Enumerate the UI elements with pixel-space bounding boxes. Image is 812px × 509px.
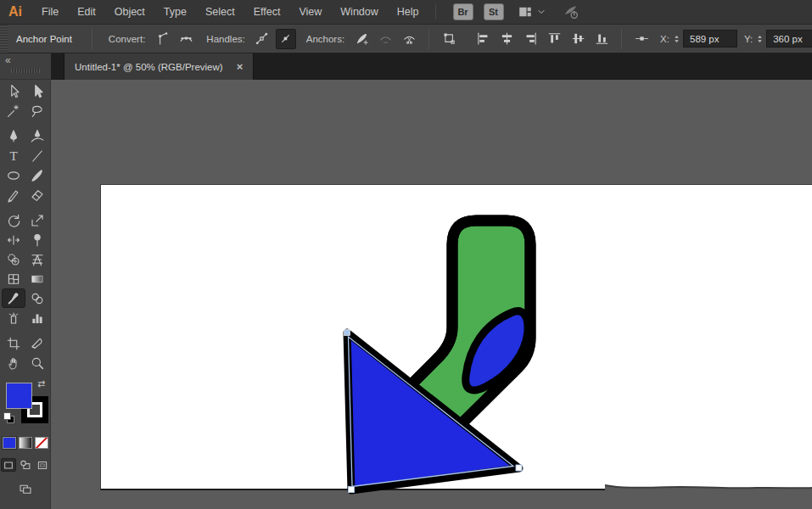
style-button[interactable]: St — [484, 3, 504, 20]
anchors-button[interactable] — [351, 29, 372, 49]
align-button[interactable] — [496, 29, 517, 49]
menu-item[interactable]: Help — [388, 6, 428, 18]
eyedropper-tool-icon — [3, 289, 25, 307]
align-button[interactable] — [544, 29, 564, 49]
scale-tool-icon — [25, 210, 49, 230]
menu-item[interactable]: File — [32, 6, 68, 18]
tool-button[interactable] — [2, 288, 25, 308]
field-label: Y: — [744, 34, 753, 44]
align-top-icon — [544, 29, 564, 49]
handles-buttons — [250, 29, 298, 49]
menu-items: File Edit Object Type Select Effect View… — [32, 0, 428, 24]
tool-button[interactable] — [25, 146, 49, 165]
column-graph-tool-icon — [25, 308, 49, 327]
drawing-mode-button[interactable] — [35, 458, 50, 472]
color-button[interactable] — [3, 437, 16, 449]
tool-button[interactable] — [25, 81, 49, 101]
tool-button[interactable] — [2, 126, 25, 146]
anchors-button[interactable] — [399, 29, 419, 49]
transform-rect-icon — [442, 31, 456, 46]
spinner-icon[interactable] — [672, 31, 681, 48]
tool-button[interactable] — [25, 185, 49, 204]
fill-stroke-control: ⇄ — [0, 381, 50, 427]
tool-button[interactable] — [2, 230, 25, 249]
tool-button[interactable] — [25, 269, 49, 288]
align-button[interactable] — [591, 29, 612, 49]
convert-smooth-icon — [176, 29, 196, 49]
field-label: X: — [660, 34, 669, 44]
transform-options-button[interactable] — [439, 29, 459, 49]
panel-grip-dots[interactable] — [11, 69, 40, 73]
panel-grip[interactable] — [0, 25, 8, 53]
tool-button[interactable] — [2, 185, 25, 204]
menu-item[interactable]: Type — [154, 6, 196, 18]
draw-inside-icon — [35, 458, 50, 472]
tool-button[interactable] — [2, 210, 25, 230]
drawing-mode-button[interactable] — [18, 458, 33, 472]
align-button[interactable] — [473, 29, 493, 49]
document-tab[interactable]: Untitled-1* @ 50% (RGB/Preview) × — [64, 53, 254, 80]
tool-button[interactable] — [2, 333, 25, 353]
convert-anchor-button[interactable] — [176, 29, 196, 49]
handles-button[interactable] — [252, 29, 272, 49]
tool-button[interactable] — [25, 230, 49, 249]
tool-button[interactable] — [25, 308, 49, 327]
spinner-icon[interactable] — [755, 31, 764, 48]
collapse-panel-button[interactable]: « — [0, 53, 51, 66]
screen-mode-icon[interactable] — [17, 482, 34, 495]
align-left-icon — [473, 29, 493, 49]
drawing-mode-button[interactable] — [1, 458, 16, 472]
menu-item[interactable]: Effect — [244, 6, 290, 18]
tool-button[interactable] — [25, 353, 49, 372]
align-button[interactable] — [520, 29, 540, 49]
menu-item[interactable]: Select — [196, 6, 244, 18]
swap-fill-stroke-icon[interactable]: ⇄ — [37, 378, 45, 389]
tool-button[interactable] — [25, 249, 49, 269]
tool-button[interactable] — [2, 101, 25, 120]
tool-button[interactable] — [25, 101, 49, 120]
tool-button[interactable] — [25, 288, 49, 308]
tool-button[interactable] — [2, 165, 25, 185]
screen-mode-row — [0, 482, 50, 495]
menu-item[interactable]: Object — [105, 6, 154, 18]
chevron-down-icon[interactable] — [536, 7, 546, 17]
field-value[interactable]: 360 px — [766, 30, 812, 48]
tool-button[interactable] — [25, 165, 49, 185]
default-fill-stroke-icon[interactable] — [3, 412, 15, 424]
tool-button[interactable] — [2, 308, 25, 327]
anchors-buttons — [350, 29, 421, 49]
tool-button[interactable] — [25, 126, 49, 146]
field-value[interactable]: 589 px — [683, 30, 737, 48]
close-icon[interactable]: × — [237, 60, 244, 73]
artboard[interactable] — [100, 184, 812, 489]
tool-button[interactable]: T — [2, 146, 25, 165]
tool-button[interactable] — [25, 210, 49, 230]
document-tab-label: Untitled-1* @ 50% (RGB/Preview) — [75, 62, 223, 72]
align-button[interactable] — [568, 29, 588, 49]
isolate-point-button[interactable] — [631, 29, 652, 49]
convert-anchor-button[interactable] — [152, 29, 172, 49]
tool-button[interactable] — [2, 269, 25, 288]
menu-item[interactable]: View — [289, 6, 331, 18]
menu-item[interactable]: Edit — [68, 6, 105, 18]
cs-live-icon[interactable] — [560, 3, 582, 20]
tool-button[interactable] — [25, 333, 49, 353]
isolate-point-icon — [635, 31, 649, 46]
fill-color-swatch[interactable] — [6, 383, 32, 409]
mesh-tool-icon — [2, 269, 25, 288]
canvas-area[interactable] — [51, 80, 812, 509]
none-button[interactable] — [35, 437, 48, 449]
tool-button[interactable] — [2, 81, 25, 101]
gradient-button[interactable] — [19, 437, 32, 449]
tool-button[interactable] — [2, 353, 25, 372]
anchors-button[interactable] — [375, 29, 395, 49]
handles-button[interactable] — [276, 29, 296, 49]
divider — [621, 29, 622, 49]
bridge-button[interactable]: Br — [453, 3, 473, 20]
align-right-icon — [520, 29, 540, 49]
menu-item[interactable]: Window — [331, 6, 387, 18]
tool-button[interactable] — [2, 249, 25, 269]
ellipse-tool-icon — [2, 165, 25, 185]
control-panel-title: Anchor Point — [8, 34, 84, 44]
workspace-icon[interactable] — [516, 4, 535, 20]
